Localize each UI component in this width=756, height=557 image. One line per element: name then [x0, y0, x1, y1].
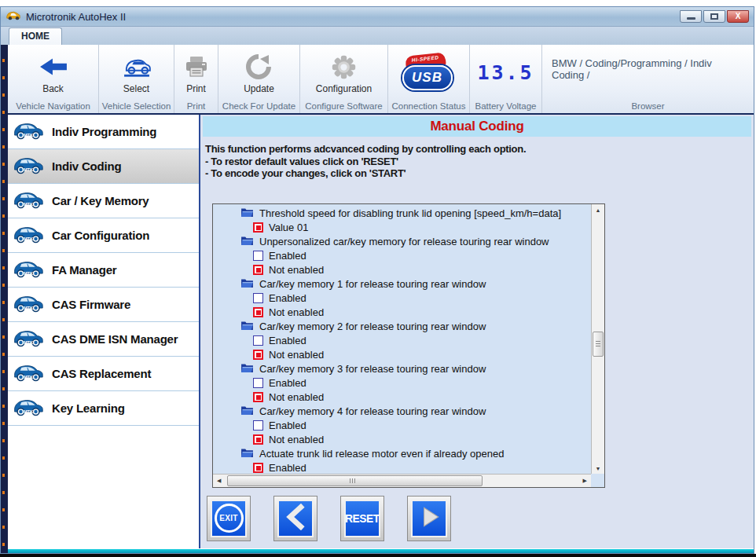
scroll-up-arrow[interactable]: ▲ [596, 204, 601, 214]
folder-icon [240, 448, 254, 460]
sidebar-item[interactable]: MTKCar / Key Memory [8, 184, 199, 218]
select-button[interactable]: Select [122, 46, 152, 98]
tree-option-row[interactable]: Enabled [213, 461, 591, 474]
previous-button[interactable] [273, 496, 317, 541]
screen-bottom-edge [0, 554, 756, 557]
horizontal-scroll-thumb[interactable] [227, 475, 482, 486]
scroll-left-arrow[interactable]: ◀ [213, 478, 225, 484]
tree-label: Not enabled [269, 434, 324, 445]
back-button[interactable]: Back [39, 46, 68, 98]
tree-option-row[interactable]: Not enabled [213, 348, 591, 362]
tree-label: Not enabled [269, 306, 324, 318]
tree-folder-row[interactable]: Actuate trunk lid release motor even if … [213, 447, 591, 461]
select-button-label: Select [123, 83, 149, 94]
reset-label: RESET [345, 511, 380, 525]
tree-option-row[interactable]: Enabled [213, 419, 591, 433]
tree-option-row[interactable]: Not enabled [213, 263, 591, 277]
option-checkbox[interactable] [253, 420, 263, 431]
tree-option-row[interactable]: Enabled [213, 291, 591, 306]
ribbon-group-connection-status: HI-SPEED USB Connection Status [388, 45, 470, 113]
option-checkbox[interactable] [253, 335, 263, 346]
option-checkbox[interactable] [253, 463, 263, 473]
folder-icon [240, 278, 254, 291]
tree-option-row[interactable]: Enabled [213, 376, 591, 390]
horizontal-scroll-track[interactable] [225, 475, 578, 487]
breadcrumb: BMW / Coding/Programming / Indiv Coding … [544, 57, 752, 81]
vertical-scroll-thumb[interactable] [593, 332, 604, 357]
tree-option-row[interactable]: Enabled [213, 334, 591, 348]
group-label-browser: Browser [629, 98, 666, 113]
sidebar-item-label: CAS Replacement [52, 367, 151, 380]
minimize-icon [687, 17, 695, 20]
scroll-down-arrow[interactable]: ▼ [596, 464, 601, 474]
tree-folder-row[interactable]: Car/key memory 3 for release touring rea… [213, 362, 591, 376]
tree-option-row[interactable]: Enabled [213, 249, 591, 263]
tab-home[interactable]: HOME [9, 27, 62, 45]
tree-folder-row[interactable]: Car/key memory 1 for release touring rea… [213, 277, 591, 291]
option-checkbox[interactable] [253, 434, 263, 445]
option-checkbox[interactable] [253, 293, 263, 303]
update-button[interactable]: Update [244, 46, 274, 98]
coding-options-box: Threshold speed for disabling trunk lid … [212, 203, 605, 488]
tree-option-row[interactable]: Not enabled [213, 390, 591, 405]
reset-button[interactable]: RESET [340, 496, 384, 541]
tree-option-row[interactable]: Not enabled [213, 433, 591, 447]
usb-logo-text: USB [412, 70, 442, 86]
option-checkbox[interactable] [253, 378, 263, 388]
vertical-scroll-track[interactable] [592, 214, 604, 464]
option-checkbox[interactable] [253, 251, 263, 261]
next-button[interactable] [407, 496, 451, 541]
tree-folder-row[interactable]: Unpersonalized car/key memory for releas… [213, 235, 591, 249]
close-button[interactable]: X [727, 10, 749, 23]
tree-label: Car/key memory 4 for release touring rea… [259, 405, 486, 417]
tree-option-row[interactable]: Value 01 [213, 221, 591, 235]
sidebar-item[interactable]: MTKCar Configuration [8, 218, 199, 253]
app-window: Microtronik AutoHex II X HOME Back Vehic… [0, 6, 754, 554]
sidebar-item[interactable]: MTKKey Learning [8, 391, 199, 426]
ribbon-tab-row: HOME [1, 27, 754, 45]
sidebar-item-label: FA Manager [52, 263, 116, 277]
horizontal-scrollbar[interactable]: ◀ ▶ [213, 474, 591, 487]
action-buttons: EXIT RESET [207, 496, 751, 541]
usb-hispeed-icon: HI-SPEED USB [402, 54, 456, 90]
configuration-button[interactable]: Configuration [316, 46, 372, 98]
description-line: This function performs adcvanced coding … [205, 143, 751, 156]
sidebar-item-label: Key Learning [52, 401, 125, 415]
sidebar-item[interactable]: MTKIndiv Coding [8, 149, 199, 184]
sidebar-item[interactable]: MTKCAS DME ISN Manager [8, 322, 199, 357]
tree-folder-row[interactable]: Threshold speed for disabling trunk lid … [213, 207, 591, 221]
print-button[interactable]: Print [185, 46, 208, 98]
main-panel: Manual Coding This function performs adc… [200, 115, 754, 548]
minimize-button[interactable] [680, 10, 702, 23]
option-checkbox[interactable] [253, 307, 263, 317]
back-button-label: Back [42, 83, 64, 94]
vertical-scrollbar[interactable]: ▲ ▼ [591, 204, 604, 474]
sidebar-item[interactable]: MTKFA Manager [8, 253, 199, 288]
sidebar-item[interactable]: MTKCAS Firmware [8, 288, 199, 322]
option-checkbox[interactable] [253, 222, 263, 233]
battery-voltage-indicator: 13.5 [477, 46, 534, 98]
maximize-button[interactable] [703, 10, 725, 23]
tree-folder-row[interactable]: Car/key memory 2 for release touring rea… [213, 320, 591, 334]
sidebar-item[interactable]: MTKIndiv Programming [8, 115, 199, 149]
car-mtk-icon: MTK [13, 328, 44, 351]
tree-folder-row[interactable]: Car/key memory 4 for release touring rea… [213, 405, 591, 419]
svg-text:MTK: MTK [24, 167, 34, 172]
svg-text:MTK: MTK [24, 409, 34, 414]
sidebar-item[interactable]: MTKCAS Replacement [8, 357, 199, 391]
option-checkbox[interactable] [253, 265, 263, 275]
svg-text:MTK: MTK [24, 340, 34, 345]
tree-option-row[interactable]: Not enabled [213, 306, 591, 320]
scroll-right-arrow[interactable]: ▶ [579, 478, 591, 484]
tree-label: Value 01 [269, 222, 308, 233]
option-checkbox[interactable] [253, 392, 263, 402]
battery-voltage-value: 13.5 [477, 61, 534, 84]
exit-button[interactable]: EXIT [207, 496, 251, 541]
group-label-vehicle-selection: Vehicle Selection [101, 98, 173, 113]
sidebar-menu: MTKIndiv ProgrammingMTKIndiv CodingMTKCa… [8, 115, 200, 548]
tree-label: Car/key memory 1 for release touring rea… [259, 278, 486, 290]
option-checkbox[interactable] [253, 350, 263, 360]
exit-icon: EXIT [215, 504, 244, 533]
folder-icon [240, 236, 254, 248]
page-title: Manual Coding [430, 119, 523, 134]
